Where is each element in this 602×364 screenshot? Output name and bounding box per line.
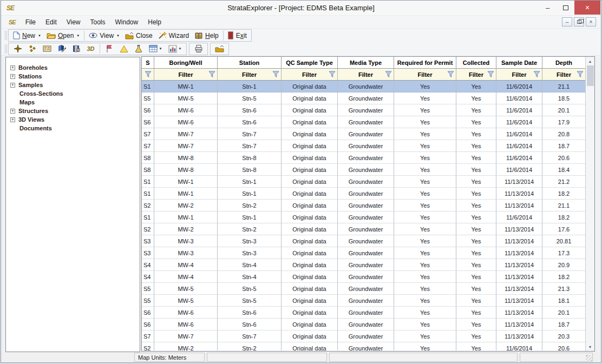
expand-icon[interactable]: + bbox=[10, 83, 15, 88]
expand-icon[interactable]: + bbox=[10, 109, 15, 114]
tree-item-samples[interactable]: +Samples bbox=[6, 81, 140, 89]
table-view-button[interactable]: ▼ bbox=[146, 43, 165, 55]
minimize-button[interactable]: – bbox=[539, 1, 557, 15]
tree-item-maps[interactable]: Maps bbox=[6, 98, 140, 107]
filter-funnel-icon[interactable] bbox=[145, 71, 152, 78]
filter-funnel-icon[interactable] bbox=[272, 71, 279, 78]
close-button[interactable]: × bbox=[574, 1, 600, 15]
column-header-station[interactable]: Station bbox=[218, 57, 282, 69]
column-header-media-type[interactable]: Media Type bbox=[338, 57, 394, 69]
table-row[interactable]: S2MW-2Stn-2Original dataGroundwaterYesYe… bbox=[142, 200, 594, 211]
tree-item-3d-views[interactable]: +3D Views bbox=[6, 115, 140, 124]
menu-item-tools[interactable]: Tools bbox=[86, 17, 110, 28]
print-button[interactable] bbox=[191, 43, 206, 55]
filter-cell-depth[interactable]: Filter bbox=[542, 69, 586, 81]
scroll-thumb[interactable] bbox=[587, 65, 594, 86]
flag-tool-button[interactable] bbox=[102, 43, 116, 55]
structures-tool-button[interactable] bbox=[69, 43, 83, 55]
mdi-system-menu-icon[interactable]: SE bbox=[9, 19, 16, 25]
filter-funnel-icon[interactable] bbox=[208, 71, 215, 78]
column-header-sample-date[interactable]: Sample Date bbox=[496, 57, 542, 69]
table-row[interactable]: S7MW-7Stn-7Original dataGroundwaterYesYe… bbox=[142, 128, 594, 140]
new-button[interactable]: New ▼ bbox=[10, 30, 44, 41]
column-header-collected[interactable]: Collected bbox=[456, 57, 496, 69]
tree-item-documents[interactable]: Documents bbox=[6, 124, 140, 133]
table-row[interactable]: S6MW-6Stn-6Original dataGroundwaterYesYe… bbox=[142, 319, 594, 330]
filter-cell-station[interactable]: Filter bbox=[218, 69, 282, 81]
tree-item-stations[interactable]: +Stations bbox=[6, 72, 140, 81]
help-button[interactable]: Help bbox=[192, 30, 221, 41]
tree-item-cross-sections[interactable]: Cross-Sections bbox=[6, 89, 140, 98]
expand-icon[interactable]: + bbox=[10, 65, 15, 70]
table-row[interactable]: S4MW-4Stn-4Original dataGroundwaterYesYe… bbox=[142, 271, 594, 283]
filter-cell-sample-date[interactable]: Filter bbox=[496, 69, 542, 81]
close-project-button[interactable]: Close bbox=[122, 30, 155, 41]
menu-item-view[interactable]: View bbox=[62, 17, 86, 28]
new-dropdown-icon[interactable]: ▼ bbox=[38, 34, 41, 37]
expand-icon[interactable]: + bbox=[10, 74, 15, 79]
tree-item-boreholes[interactable]: +Boreholes bbox=[6, 63, 140, 72]
table-row[interactable]: S5MW-5Stn-5Original dataGroundwaterYesYe… bbox=[142, 283, 594, 295]
chart-dropdown-icon[interactable]: ▼ bbox=[179, 47, 182, 50]
maximize-button[interactable] bbox=[557, 1, 574, 15]
table-row[interactable]: S4MW-4Stn-4Original dataGroundwaterYesYe… bbox=[142, 259, 594, 271]
vertical-scrollbar[interactable]: ▲ ▼ bbox=[585, 57, 594, 351]
filter-cell-qc-sample-type[interactable]: Filter bbox=[282, 69, 338, 81]
tree-item-structures[interactable]: +Structures bbox=[6, 107, 140, 115]
menu-item-window[interactable]: Window bbox=[110, 17, 143, 28]
filter-cell-media-type[interactable]: Filter bbox=[338, 69, 394, 81]
filter-funnel-icon[interactable] bbox=[487, 71, 494, 78]
open-button[interactable]: Open ▼ bbox=[44, 30, 82, 41]
samples-tool-button[interactable] bbox=[25, 43, 40, 55]
filter-cell-boring-well[interactable]: Filter bbox=[154, 69, 218, 81]
maps-tool-button[interactable] bbox=[54, 43, 69, 55]
table-row[interactable]: S5MW-5Stn-5Original dataGroundwaterYesYe… bbox=[142, 92, 594, 104]
view-dropdown-icon[interactable]: ▼ bbox=[116, 34, 120, 37]
menu-item-edit[interactable]: Edit bbox=[41, 17, 62, 28]
mdi-restore-button[interactable] bbox=[574, 17, 584, 27]
filter-funnel-icon[interactable] bbox=[577, 71, 584, 78]
menu-item-help[interactable]: Help bbox=[143, 17, 166, 28]
filter-cell-required-for-permit[interactable]: Filter bbox=[394, 69, 456, 81]
column-header-boring-well[interactable]: Boring/Well bbox=[154, 57, 218, 69]
table-dropdown-icon[interactable]: ▼ bbox=[159, 47, 162, 50]
toolbar-grip[interactable] bbox=[5, 31, 7, 40]
column-header-depth[interactable]: Depth bbox=[542, 57, 586, 69]
chart-view-button[interactable]: ▼ bbox=[165, 43, 185, 55]
view-button[interactable]: View ▼ bbox=[86, 30, 122, 41]
table-row[interactable]: S3MW-3Stn-3Original dataGroundwaterYesYe… bbox=[142, 247, 594, 259]
table-row[interactable]: S8MW-8Stn-8Original dataGroundwaterYesYe… bbox=[142, 164, 594, 176]
3d-views-tool-button[interactable]: 3D bbox=[83, 43, 98, 55]
mdi-minimize-button[interactable]: – bbox=[562, 17, 572, 27]
filter-funnel-icon[interactable] bbox=[385, 71, 392, 78]
point-tool-button[interactable] bbox=[10, 43, 25, 55]
table-row[interactable]: S1MW-1Stn-1Original dataGroundwaterYesYe… bbox=[142, 81, 594, 92]
table-row[interactable]: S3MW-3Stn-3Original dataGroundwaterYesYe… bbox=[142, 235, 594, 247]
table-row[interactable]: S1MW-1Stn-1Original dataGroundwaterYesYe… bbox=[142, 176, 594, 188]
table-row[interactable]: S6MW-6Stn-6Original dataGroundwaterYesYe… bbox=[142, 307, 594, 319]
resize-grip[interactable] bbox=[586, 355, 592, 361]
filter-cell-collected[interactable]: Filter bbox=[456, 69, 496, 81]
flask-tool-button[interactable] bbox=[131, 43, 146, 55]
filter-cell-s[interactable] bbox=[142, 69, 154, 81]
mdi-close-button[interactable]: × bbox=[586, 17, 596, 27]
filter-funnel-icon[interactable] bbox=[447, 71, 454, 78]
table-row[interactable]: S7MW-7Stn-7Original dataGroundwaterYesYe… bbox=[142, 140, 594, 152]
table-row[interactable]: S2MW-2Stn-2Original dataGroundwaterYesYe… bbox=[142, 223, 594, 235]
menu-item-file[interactable]: File bbox=[21, 17, 41, 28]
scroll-up-button[interactable]: ▲ bbox=[586, 57, 594, 65]
open-project-folder-button[interactable] bbox=[212, 43, 227, 55]
warning-tool-button[interactable] bbox=[116, 43, 131, 55]
table-row[interactable]: S6MW-6Stn-6Original dataGroundwaterYesYe… bbox=[142, 116, 594, 128]
table-row[interactable]: S1MW-1Stn-1Original dataGroundwaterYesYe… bbox=[142, 211, 594, 223]
table-row[interactable]: S5MW-5Stn-5Original dataGroundwaterYesYe… bbox=[142, 295, 594, 307]
expand-icon[interactable]: + bbox=[10, 117, 15, 122]
cross-section-tool-button[interactable] bbox=[40, 43, 54, 55]
table-row[interactable]: S2MW-2Stn-2Original dataGroundwaterYesYe… bbox=[142, 342, 594, 350]
table-row[interactable]: S1MW-1Stn-1Original dataGroundwaterYesYe… bbox=[142, 188, 594, 200]
column-header-required-for-permit[interactable]: Required for Permit bbox=[394, 57, 456, 69]
table-row[interactable]: S6MW-6Stn-6Original dataGroundwaterYesYe… bbox=[142, 104, 594, 116]
toolbar-grip[interactable] bbox=[5, 44, 7, 54]
scroll-down-button[interactable]: ▼ bbox=[586, 342, 594, 351]
open-dropdown-icon[interactable]: ▼ bbox=[76, 34, 80, 37]
